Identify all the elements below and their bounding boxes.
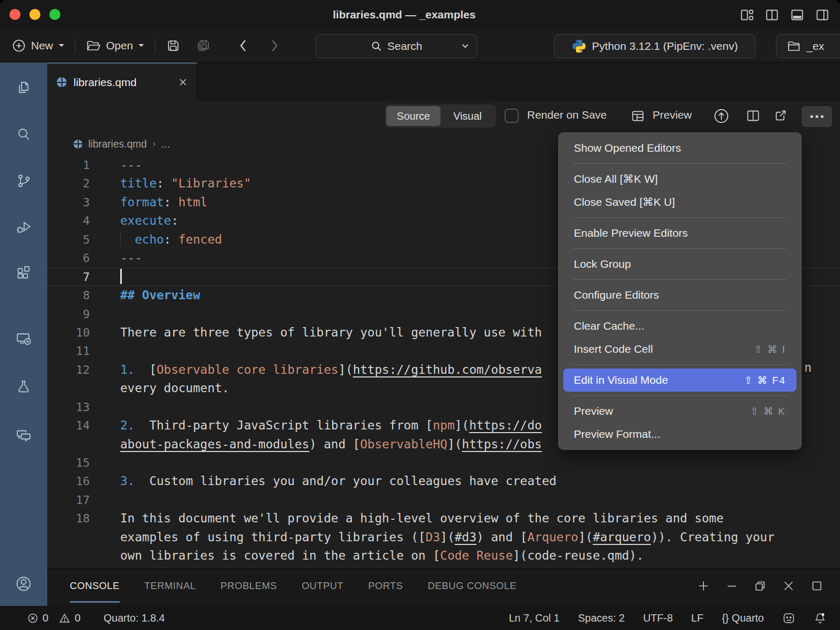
menu-item-clear-cache[interactable]: Clear Cache... — [558, 314, 802, 338]
tab-label: libraries.qmd — [74, 76, 136, 89]
global-search-input[interactable]: Search — [316, 34, 477, 58]
error-count: 0 — [43, 612, 48, 624]
menu-item-show-opened-editors[interactable]: Show Opened Editors — [558, 136, 802, 160]
split-editor-icon[interactable] — [746, 109, 760, 123]
language-mode-status[interactable]: {} Quarto — [722, 612, 764, 624]
panel-tab-problems[interactable]: PROBLEMS — [220, 569, 277, 603]
code-line: 18In this document we'll provide a high-… — [47, 509, 840, 528]
code-text: 3. Custom libraries you and/or your coll… — [120, 474, 556, 488]
comments-icon[interactable] — [15, 427, 32, 443]
navigate-back-button[interactable] — [239, 39, 247, 52]
code-text: There are three types of library you'll … — [120, 326, 542, 339]
breadcrumb-more[interactable]: ... — [161, 138, 170, 150]
menu-item-close-all-k-w[interactable]: Close All [⌘K W] — [558, 167, 802, 191]
navigate-forward-button[interactable] — [270, 39, 279, 52]
menu-item-preview[interactable]: Preview⇧ ⌘ K — [558, 400, 802, 423]
toggle-panel-icon[interactable] — [790, 8, 804, 22]
menu-item-label: Show Opened Editors — [574, 142, 681, 154]
testing-icon[interactable] — [16, 379, 32, 395]
remote-sessions-icon[interactable] — [15, 331, 32, 346]
clipped-text-fragment: n — [804, 361, 812, 374]
problems-status[interactable]: 0 0 — [27, 612, 80, 624]
open-external-icon[interactable] — [773, 109, 788, 123]
save-button[interactable] — [165, 38, 181, 54]
code-text: about-packages-and-modules) and [Observa… — [120, 437, 542, 451]
menu-item-lock-group[interactable]: Lock Group — [558, 253, 802, 276]
line-number: 4 — [47, 212, 90, 230]
panel-tab-terminal[interactable]: TERMINAL — [144, 569, 196, 603]
close-tab-icon[interactable] — [178, 78, 187, 87]
visual-mode-button[interactable]: Visual — [440, 106, 495, 126]
menu-item-shortcut: ⇧ ⌘ F4 — [744, 374, 786, 386]
preview-button-label[interactable]: Preview — [653, 109, 692, 121]
feedback-smiley-icon[interactable] — [782, 612, 795, 625]
menu-separator — [573, 310, 787, 311]
run-debug-icon[interactable] — [15, 219, 32, 235]
code-text: 1. [Observable core libraries](https://g… — [120, 363, 542, 376]
search-icon[interactable] — [16, 127, 32, 142]
eol-label: LF — [691, 612, 704, 624]
source-mode-button[interactable]: Source — [386, 106, 440, 126]
zoom-traffic-light[interactable] — [49, 9, 60, 20]
breadcrumb-file[interactable]: libraries.qmd — [88, 138, 147, 150]
maximize-panel-icon[interactable] — [811, 580, 823, 592]
plus-circle-icon — [12, 38, 26, 53]
indentation-status[interactable]: Spaces: 2 — [578, 612, 625, 624]
preview-doc-icon[interactable] — [631, 109, 645, 123]
code-text: own libraries is covered in the article … — [120, 549, 644, 562]
menu-item-edit-in-visual-mode[interactable]: Edit in Visual Mode⇧ ⌘ F4 — [563, 369, 796, 392]
panel-tab-console[interactable]: CONSOLE — [70, 569, 120, 603]
project-button[interactable]: _ex — [776, 34, 840, 58]
open-button[interactable]: Open — [86, 38, 145, 53]
source-control-icon[interactable] — [16, 173, 32, 188]
search-icon — [371, 40, 382, 52]
menu-item-insert-code-cell[interactable]: Insert Code Cell⇧ ⌘ I — [558, 338, 802, 361]
close-panel-icon[interactable] — [782, 580, 795, 592]
menu-item-configure-editors[interactable]: Configure Editors — [558, 284, 802, 307]
render-circle-arrow-icon[interactable] — [712, 107, 730, 125]
menu-item-label: Preview — [574, 405, 613, 417]
interpreter-selector[interactable]: Python 3.12.1 (PipEnv: .venv) — [554, 34, 755, 58]
menu-item-preview-format[interactable]: Preview Format... — [558, 423, 802, 446]
line-number: 16 — [47, 472, 90, 490]
notifications-bell-icon[interactable] — [814, 612, 826, 625]
cursor-position-status[interactable]: Ln 7, Col 1 — [509, 612, 560, 624]
menu-separator — [573, 364, 787, 365]
minimize-icon[interactable] — [726, 580, 738, 592]
customize-layout-icon[interactable] — [740, 8, 754, 22]
save-all-icon — [195, 38, 212, 54]
window-layout-controls — [740, 8, 830, 22]
code-text: execute: — [120, 214, 178, 227]
text-cursor — [120, 269, 122, 284]
save-all-button[interactable] — [195, 38, 212, 54]
render-on-save-checkbox[interactable] — [505, 109, 519, 123]
split-editor-icon[interactable] — [765, 8, 779, 22]
toggle-secondary-sidebar-icon[interactable] — [815, 8, 830, 22]
render-on-save-label: Render on Save — [527, 109, 607, 121]
panel-actions — [697, 569, 823, 603]
panel-tab-ports[interactable]: PORTS — [368, 569, 403, 603]
eol-status[interactable]: LF — [691, 612, 704, 624]
close-traffic-light[interactable] — [9, 9, 20, 20]
new-button[interactable]: New — [12, 38, 65, 53]
chevron-down-icon[interactable] — [461, 43, 469, 49]
account-icon[interactable] — [15, 575, 33, 593]
menu-item-enable-preview-editors[interactable]: Enable Preview Editors — [558, 222, 802, 245]
menu-item-label: Clear Cache... — [574, 320, 644, 332]
tab-libraries-qmd[interactable]: libraries.qmd — [47, 62, 197, 101]
panel-tab-debug-console[interactable]: DEBUG CONSOLE — [428, 569, 517, 603]
quarto-version-status[interactable]: Quarto: 1.8.4 — [103, 612, 165, 624]
more-actions-button[interactable] — [802, 106, 832, 127]
panel-tab-output[interactable]: OUTPUT — [302, 569, 344, 603]
encoding-status[interactable]: UTF-8 — [643, 612, 673, 624]
extensions-icon[interactable] — [16, 265, 32, 281]
line-number: 14 — [47, 416, 90, 435]
restore-panel-icon[interactable] — [754, 580, 766, 592]
menu-separator — [573, 217, 787, 218]
menu-item-shortcut: ⇧ ⌘ I — [754, 343, 786, 355]
plus-icon[interactable] — [697, 580, 710, 592]
menu-item-close-saved-k-u[interactable]: Close Saved [⌘K U] — [558, 191, 802, 214]
chevron-down-icon — [138, 43, 145, 48]
explorer-icon[interactable] — [16, 80, 32, 96]
minimize-traffic-light[interactable] — [29, 9, 40, 20]
